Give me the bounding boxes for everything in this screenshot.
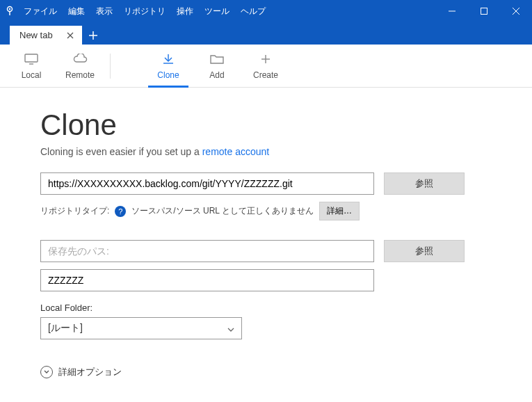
remote-account-link[interactable]: remote account [202,146,270,157]
minimize-button[interactable] [436,0,468,22]
folder-icon [209,52,225,66]
info-icon: ? [115,206,126,217]
toolbar-local[interactable]: Local [7,47,56,86]
expand-icon [40,366,53,378]
menu-tools[interactable]: ツール [200,4,234,19]
tab-strip: New tab [0,22,532,45]
cloud-icon [72,52,88,66]
monitor-icon [24,52,39,66]
toolbar-divider [110,54,111,79]
subtitle: Cloning is even easier if you set up a r… [40,146,496,157]
plus-icon [260,52,271,66]
browse-source-button[interactable]: 参照 [384,172,465,195]
main-menu: ファイル 編集 表示 リポジトリ 操作 ツール ヘルプ [19,4,270,19]
menu-edit[interactable]: 編集 [64,4,89,19]
toolbar-clone[interactable]: Clone [144,47,193,86]
destination-path-input[interactable] [40,240,374,262]
browse-destination-button[interactable]: 参照 [384,240,465,262]
page-title: Clone [40,108,496,142]
svg-rect-11 [25,54,38,62]
repo-type-message: ソースパス/ソース URL として正しくありません [131,205,314,217]
app-logo-icon [0,6,19,17]
close-button[interactable] [500,0,532,22]
source-url-input[interactable] [40,172,374,195]
repo-type-label: リポジトリタイプ: [40,205,109,217]
tab-new[interactable]: New tab [10,26,82,45]
toolbar-create-label: Create [253,70,278,80]
download-icon [161,52,175,66]
toolbar-local-label: Local [22,70,42,80]
toolbar: Local Remote Clone Add Create [0,45,532,88]
svg-point-2 [9,8,10,10]
toolbar-add[interactable]: Add [193,47,241,86]
local-folder-value: [ルート] [48,322,83,335]
menu-actions[interactable]: 操作 [172,4,198,19]
local-folder-label: Local Folder: [40,303,496,313]
tab-add-button[interactable] [82,26,104,45]
details-button[interactable]: 詳細… [319,202,360,220]
subtitle-text: Cloning is even easier if you set up a [40,146,202,157]
main-content: Clone Cloning is even easier if you set … [0,88,532,378]
maximize-button[interactable] [468,0,500,22]
toolbar-remote[interactable]: Remote [56,47,104,86]
titlebar: ファイル 編集 表示 リポジトリ 操作 ツール ヘルプ [0,0,532,22]
chevron-down-icon [227,323,234,334]
tab-label: New tab [19,30,53,40]
window-controls [436,0,532,22]
toolbar-clone-label: Clone [157,70,179,80]
svg-rect-4 [481,8,487,15]
menu-repository[interactable]: リポジトリ [120,4,170,19]
menu-view[interactable]: 表示 [92,4,117,19]
toolbar-create[interactable]: Create [241,47,290,86]
menu-file[interactable]: ファイル [19,4,61,19]
local-folder-select[interactable]: [ルート] [40,317,242,339]
tab-close-icon[interactable] [65,31,75,40]
repo-name-input[interactable] [40,269,374,291]
menu-help[interactable]: ヘルプ [236,4,270,19]
toolbar-add-label: Add [209,70,224,80]
advanced-options-toggle[interactable]: 詳細オプション [40,366,496,378]
advanced-options-label: 詳細オプション [58,366,122,378]
toolbar-remote-label: Remote [65,70,95,80]
